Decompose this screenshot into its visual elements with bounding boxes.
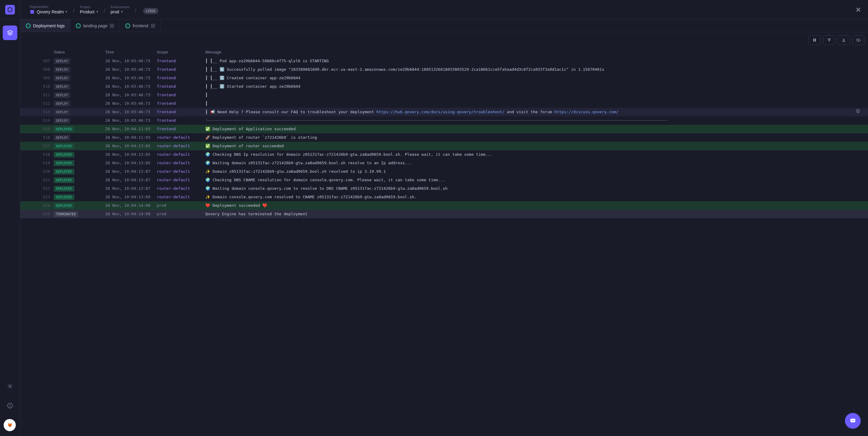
line-number: 518 — [20, 151, 54, 157]
line-number: 517 — [20, 143, 54, 149]
log-message: 🌍 Checking DNS Ip resolution for domain … — [205, 151, 856, 157]
log-scope[interactable]: frontend — [157, 75, 205, 81]
log-time: 28 Nov, 10:04:13:85 — [105, 151, 157, 157]
cloud-download-button[interactable] — [852, 35, 864, 45]
log-time: 28 Nov, 10:03:46:73 — [105, 92, 157, 98]
log-row[interactable]: 509DEPLOY28 Nov, 10:03:46:73frontend┃ ┃_… — [20, 74, 868, 82]
log-row[interactable]: 508DEPLOY28 Nov, 10:03:46:73frontend┃ ┃_… — [20, 65, 868, 74]
line-number: 516 — [20, 135, 54, 141]
log-message: ┃ — [205, 92, 856, 98]
download-button[interactable] — [838, 35, 850, 45]
log-row[interactable]: 515DEPLOYED28 Nov, 10:04:11:93frontend✅ … — [20, 125, 868, 133]
log-time: 28 Nov, 10:03:46:73 — [105, 117, 157, 123]
log-row[interactable]: 517DEPLOYED28 Nov, 10:04:13:85router-def… — [20, 142, 868, 150]
log-scope[interactable]: frontend — [157, 66, 205, 72]
log-time: 28 Nov, 10:04:14:08 — [105, 211, 157, 217]
status-pill: DEPLOYED — [54, 177, 74, 183]
log-row[interactable]: 511DEPLOY28 Nov, 10:03:46:73frontend┃ — [20, 91, 868, 99]
status-pill: DEPLOY — [54, 75, 70, 81]
log-row[interactable]: 507DEPLOY28 Nov, 10:03:46:73frontend┃ ┃_… — [20, 57, 868, 65]
breadcrumb-organization[interactable]: Organization Qovery Realm ▾ — [29, 5, 67, 14]
qovery-logo-icon[interactable] — [5, 5, 15, 14]
log-scope[interactable]: router-default — [157, 177, 205, 183]
log-scope[interactable]: router-default — [157, 169, 205, 175]
log-row[interactable]: 521DEPLOYED28 Nov, 10:04:13:87router-def… — [20, 176, 868, 184]
log-row[interactable]: 519DEPLOYED28 Nov, 10:04:13:85router-def… — [20, 159, 868, 167]
log-header: Status Time Scope Message — [20, 47, 868, 57]
log-row[interactable]: 513DEPLOY28 Nov, 10:03:46:73frontend┃ 📢 … — [20, 108, 868, 116]
log-time: 28 Nov, 10:03:46:73 — [105, 84, 157, 90]
tab-frontend[interactable]: frontend — [120, 20, 160, 32]
user-avatar[interactable]: 🦊 — [4, 419, 16, 431]
chat-button[interactable] — [845, 413, 861, 429]
log-scope[interactable]: frontend — [157, 126, 205, 132]
log-scope[interactable]: prod — [157, 203, 205, 209]
log-row[interactable]: 514DEPLOY28 Nov, 10:03:46:73frontend└───… — [20, 116, 868, 125]
scroll-top-button[interactable] — [823, 35, 835, 45]
svg-point-3 — [10, 404, 10, 405]
line-number: 513 — [20, 109, 54, 115]
log-row[interactable]: 524DEPLOYED28 Nov, 10:04:14:08prod❤️ Dep… — [20, 201, 868, 210]
svg-point-46 — [852, 420, 853, 421]
log-time: 28 Nov, 10:04:13:89 — [105, 194, 157, 200]
breadcrumb: Organization Qovery Realm ▾ / Project Pr… — [20, 5, 852, 14]
tabs-row: Deployment logs landing page frontend — [20, 20, 868, 32]
log-row[interactable]: 520DEPLOYED28 Nov, 10:04:13:87router-def… — [20, 167, 868, 176]
breadcrumb-environment[interactable]: Environment prod ▾ — [111, 5, 129, 14]
log-scope[interactable]: frontend — [157, 84, 205, 90]
status-pill: DEPLOYED — [54, 152, 74, 157]
rail-layers-button[interactable] — [3, 26, 17, 40]
log-scope[interactable]: router-default — [157, 151, 205, 157]
col-scope: Scope — [157, 50, 205, 54]
svg-point-47 — [854, 420, 854, 421]
log-scope[interactable]: frontend — [157, 100, 205, 107]
log-message: ┃ ┃__ Pod app-ze29b6844-58886c4f75-qlxl6… — [205, 58, 856, 64]
log-scope[interactable]: router-default — [157, 194, 205, 200]
log-row[interactable]: 510DEPLOY28 Nov, 10:03:46:73frontend┃ ┃_… — [20, 82, 868, 91]
status-pill: DEPLOYED — [54, 203, 74, 209]
svg-rect-4 — [813, 38, 814, 41]
log-scope[interactable]: router-default — [157, 185, 205, 192]
log-row[interactable]: 523DEPLOYED28 Nov, 10:04:13:89router-def… — [20, 193, 868, 201]
status-pill: DEPLOY — [54, 67, 70, 72]
line-number: 520 — [20, 169, 54, 175]
log-area[interactable]: Status Time Scope Message 507DEPLOY28 No… — [20, 32, 868, 436]
rail-settings-button[interactable] — [3, 379, 17, 394]
log-message: 🚀 Deployment of router `z721426b9` is st… — [205, 135, 856, 141]
line-number: 507 — [20, 58, 54, 64]
log-scope[interactable]: frontend — [157, 58, 205, 64]
log-link[interactable]: https://hub.qovery.com/docs/using-qovery… — [376, 110, 505, 114]
log-row[interactable]: 518DEPLOYED28 Nov, 10:04:13:85router-def… — [20, 150, 868, 159]
log-scope[interactable]: router-default — [157, 160, 205, 166]
log-scope[interactable]: router-default — [157, 143, 205, 149]
log-row[interactable]: 512DEPLOY28 Nov, 10:03:46:73frontend┃ — [20, 99, 868, 108]
pause-button[interactable] — [809, 35, 821, 45]
log-row[interactable]: 522DEPLOYED28 Nov, 10:04:13:87router-def… — [20, 184, 868, 193]
log-row[interactable]: 516DEPLOY28 Nov, 10:04:11:93router-defau… — [20, 133, 868, 142]
log-row[interactable]: 525TERMINATED28 Nov, 10:04:14:08prodQove… — [20, 210, 868, 218]
log-scope[interactable]: prod — [157, 211, 205, 217]
status-success-icon — [76, 23, 81, 28]
svg-rect-18 — [857, 110, 860, 113]
line-number: 521 — [20, 177, 54, 183]
tab-landing-page[interactable]: landing page — [70, 20, 120, 32]
avatar-icon: 🦊 — [7, 423, 12, 428]
copy-icon[interactable] — [856, 109, 868, 113]
status-pill: DEPLOYED — [54, 169, 74, 175]
log-scope[interactable]: frontend — [157, 92, 205, 98]
log-scope[interactable]: router-default — [157, 135, 205, 141]
log-time: 28 Nov, 10:04:11:93 — [105, 126, 157, 132]
log-time: 28 Nov, 10:03:46:73 — [105, 109, 157, 115]
breadcrumb-project[interactable]: Project Product ▾ — [80, 5, 98, 14]
log-scope[interactable]: frontend — [157, 117, 205, 123]
log-scope[interactable]: frontend — [157, 109, 205, 115]
status-pill: DEPLOYED — [54, 194, 74, 200]
status-pill: DEPLOYED — [54, 186, 74, 192]
close-button[interactable] — [852, 4, 864, 16]
log-link[interactable]: https://discuss.qovery.com/ — [554, 110, 618, 114]
bc-project-value: Product — [80, 9, 94, 14]
rail-info-button[interactable] — [3, 398, 17, 413]
log-time: 28 Nov, 10:04:13:85 — [105, 160, 157, 166]
breadcrumb-separator: / — [102, 8, 107, 14]
tab-deployment-logs[interactable]: Deployment logs — [20, 20, 70, 32]
